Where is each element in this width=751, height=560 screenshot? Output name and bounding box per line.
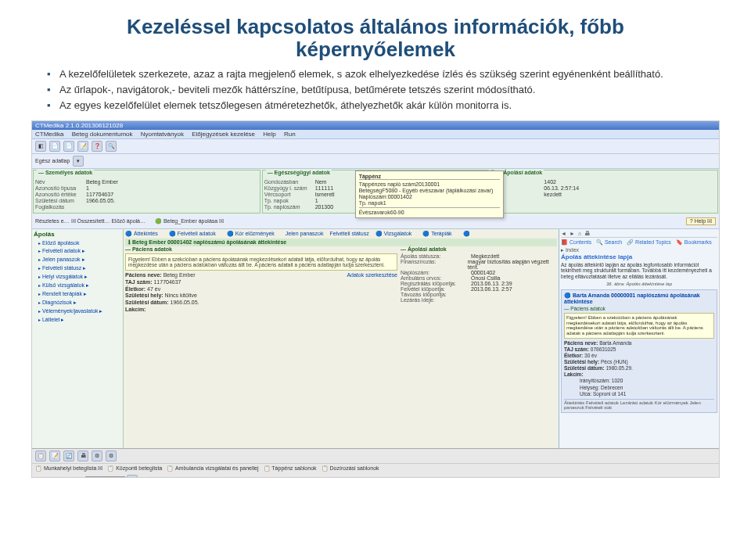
nav-item-7[interactable]: ▸ Diagnózisok ▸ (38, 300, 121, 306)
p2-v1: 111111 (315, 185, 333, 191)
p2-v3: 1 (315, 198, 318, 203)
btab-4[interactable]: 📋 Dozírozási sablonok (322, 465, 379, 472)
tt-v0: 20130001 (415, 181, 440, 187)
help-toolbar[interactable]: ◄ ► ⌂ 🖶 (561, 231, 717, 238)
nav-item-2[interactable]: ▸ Jelen panaszok ▸ (38, 257, 121, 263)
section-tabs[interactable]: Részletes e… ☒ Összesített… Előző ápolá… (35, 218, 146, 224)
help-tab-contents[interactable]: 📕 Contents (561, 239, 591, 246)
p1-l1: Azonosító típusa (35, 185, 86, 191)
help-index[interactable]: ▸ Index (561, 247, 717, 253)
bullet-1: A kezelőfelületek szerkezete, azaz a raj… (47, 68, 704, 81)
ctab-more[interactable]: 🔵 (463, 231, 470, 237)
apolasi-title: — Ápolási adatok (401, 246, 557, 252)
btool-4[interactable]: 🖶 (77, 451, 88, 461)
btool-2[interactable]: 📝 (49, 451, 60, 461)
tt-v4: 60-90 (390, 210, 404, 215)
ctab-1[interactable]: 🔵 Felvételi adatok (169, 231, 221, 237)
nav-item-1[interactable]: ▸ Felvételi adatok ▸ (38, 248, 121, 254)
menu-bar[interactable]: CTMedika Beteg dokumentumok Nyomtatványo… (32, 130, 719, 139)
nav-item-6[interactable]: ▸ Rendelt terápiák ▸ (38, 291, 121, 297)
center-area: 🔵 Áttekintés 🔵 Felvételi adatok 🔵 Kór el… (124, 229, 559, 448)
btab-1[interactable]: 📋 Központi beteglista (107, 465, 162, 472)
nav-item-4[interactable]: ▸ Helyi vizsgálatok ▸ (38, 274, 121, 280)
menu-elojegy[interactable]: Előjegyzések kezelése (192, 131, 255, 138)
toolbar-icon-5[interactable]: ❓ (92, 141, 102, 152)
menu-help[interactable]: Help (263, 131, 275, 138)
ci-kor-l: Életkor: (125, 286, 146, 292)
help-home-icon[interactable]: ⌂ (578, 231, 581, 236)
help-bottom-tabs[interactable]: Áttekintés Felvételi adatok Lezárási ada… (564, 399, 714, 410)
help-tab-related[interactable]: 🔗 Related Topics (627, 239, 671, 246)
window-titlebar[interactable]: CTMedika 2.1.0.201306121028 (32, 121, 719, 130)
help-tab-bookmarks[interactable]: 🔖 Bookmarks (676, 239, 712, 246)
help-back-icon[interactable]: ◄ (561, 231, 566, 236)
p1-l4: Foglalkozás (35, 204, 86, 210)
a-v3: Ónosi Csilla (471, 275, 500, 281)
a-l1: Finanszírozás: (401, 259, 468, 270)
help-tab-search[interactable]: 🔍 Search (596, 239, 622, 246)
pane-apolasi: — Ápolási adatok 1402 06.13. 2:57:14 kez… (490, 170, 718, 214)
p3-v1: 06.13. 2:57:14 (544, 185, 579, 191)
toolbar-icon-3[interactable]: 📄 (63, 141, 74, 152)
ci-szd-l: Születési dátum: (125, 300, 169, 305)
nav-item-9[interactable]: ▸ Látlelet ▸ (38, 317, 121, 323)
tt-v3: 1 (383, 200, 386, 206)
bottom-toolbar: 📋 📝 🔄 🖶 ⚙ ⚙ (32, 449, 719, 464)
nav-item-8[interactable]: ▸ Vélemények/javaslatok ▸ (38, 308, 121, 314)
toolbar-icon-2[interactable]: 📄 (49, 141, 60, 152)
a-l0: Ápolás státusza: (401, 253, 471, 259)
menu-run[interactable]: Run (284, 131, 296, 138)
ci-szh-l: Születési hely: (125, 293, 163, 298)
nav-item-5[interactable]: ▸ Külső vizsgálatok ▸ (38, 282, 121, 289)
btab-2[interactable]: 📋 Ambulancia vizsgálatai és panellej (167, 465, 258, 472)
toolbar2-icon[interactable]: ▾ (73, 156, 84, 167)
ci-nev-v: Beteg Ember (163, 272, 196, 278)
btool-6[interactable]: ⚙ (106, 451, 117, 461)
tt-l1: Betegség (359, 188, 383, 193)
btab-0[interactable]: 📋 Munkahelyi beteglista ☒ (35, 465, 102, 472)
help-fwd-icon[interactable]: ► (570, 231, 575, 236)
help-figcaption: 36. ábra: Ápolás áttekintése lap (561, 282, 717, 286)
title-line2: képernyőelemek (47, 38, 704, 61)
btool-1[interactable]: 📋 (35, 451, 46, 461)
ctab-3[interactable]: Jelen panaszok (286, 231, 324, 237)
btab-3[interactable]: 📋 Táppénz sablonok (264, 465, 317, 472)
help-tabs[interactable]: 📕 Contents 🔍 Search 🔗 Related Topics 🔖 B… (561, 239, 717, 246)
center-tab-label[interactable]: 🟢 Beteg_Ember ápolása ☒ (155, 218, 224, 224)
date-input[interactable]: 2013.06.13. (85, 476, 125, 478)
toolbar-icon-1[interactable]: ◧ (35, 141, 46, 152)
menu-nyomtat[interactable]: Nyomtatványok (141, 131, 184, 138)
bottom-tabs[interactable]: 📋 Munkahelyi beteglista ☒ 📋 Központi bet… (32, 464, 719, 473)
nav-item-3[interactable]: ▸ Felvételi státusz ▸ (38, 265, 121, 271)
ctab-0[interactable]: 🔵 Áttekintés (125, 231, 163, 237)
toolbar: ◧ 📄 📄 📝 ❓ 🔍 (32, 139, 719, 154)
toolbar-icon-6[interactable]: 🔍 (106, 141, 117, 152)
ctab-2[interactable]: 🔵 Kór előzmények (227, 231, 279, 237)
nav-item-0[interactable]: ▸ Előző ápolások (38, 240, 121, 246)
ci-taj-v: 117704637 (153, 279, 181, 285)
edit-link[interactable]: Adatok szerkesztése (347, 272, 397, 279)
ctab-4[interactable]: Felvételi státusz (330, 231, 369, 237)
menu-beteg[interactable]: Beteg dokumentumok (72, 131, 133, 138)
help-print-icon[interactable]: 🖶 (584, 231, 590, 236)
a-v0: Megkezdett (471, 253, 499, 259)
p2-l3: Tp. napok (264, 198, 315, 203)
p2-v2: Ismeretl (315, 192, 335, 197)
tt-l0: Táppénzes napló szám (359, 181, 415, 187)
btool-5[interactable]: ⚙ (92, 451, 102, 461)
date-label: Beteglista dátuma : (37, 477, 84, 478)
center-tabs[interactable]: 🔵 Áttekintés 🔵 Felvételi adatok 🔵 Kór el… (125, 231, 557, 237)
btool-3[interactable]: 🔄 (63, 451, 74, 461)
toolbar-icon-4[interactable]: 📝 (77, 141, 88, 152)
ctab-6[interactable]: 🔵 Terápiák (422, 231, 456, 237)
help-sublink[interactable]: 🔵 Barta Amanda 00000001 naplószámú ápolá… (564, 293, 714, 304)
toolbar-label[interactable]: Egész adatlap (35, 158, 70, 163)
date-picker-icon[interactable]: ▾ (127, 475, 138, 478)
ctab-5[interactable]: 🔵 Vizsgálatok (376, 231, 417, 237)
p1-l2: Azonosító értéke (35, 192, 86, 197)
tooltip-header: Táppénz (359, 174, 500, 180)
help-button[interactable]: ? Help ☒ (686, 217, 716, 225)
top-panes: — Személyes adatok NévBeteg Ember Azonos… (32, 169, 719, 214)
bottom-section: 📋 📝 🔄 🖶 ⚙ ⚙ 📋 Munkahelyi beteglista ☒ 📋 … (32, 448, 719, 478)
menu-ctmedika[interactable]: CTMedika (35, 131, 63, 138)
